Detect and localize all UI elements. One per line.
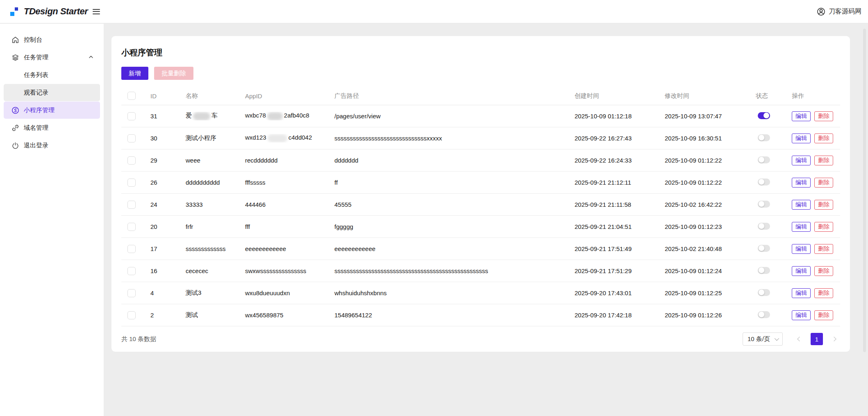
cell-adpath: ssssssssssssssssssssssssssssssssssssssss…	[328, 267, 568, 274]
app-header: TDesign Starter 刀客源码网	[0, 0, 868, 23]
edit-button[interactable]: 编辑	[792, 111, 811, 121]
delete-button[interactable]: 删除	[814, 288, 833, 298]
menu-collapse-icon[interactable]	[93, 7, 100, 16]
edit-button[interactable]: 编辑	[792, 156, 811, 165]
delete-button[interactable]: 删除	[814, 200, 833, 210]
status-toggle[interactable]	[758, 267, 770, 274]
page-size-select[interactable]: 10 条/页	[743, 332, 783, 346]
status-toggle[interactable]	[758, 289, 770, 296]
cell-modified-time: 2025-10-09 01:12:24	[659, 267, 750, 274]
cell-modified-time: 2025-10-02 16:42:22	[659, 201, 750, 208]
cell-name: dddddddddd	[180, 179, 239, 186]
delete-button[interactable]: 删除	[814, 310, 833, 320]
cell-appid: 444466	[239, 201, 328, 208]
col-id: ID	[144, 93, 180, 99]
cell-created-time: 2025-09-21 21:11:58	[568, 201, 659, 208]
next-page-button[interactable]	[828, 333, 840, 345]
table-footer: 共 10 条数据 10 条/页 1	[121, 326, 840, 352]
row-checkbox[interactable]	[127, 179, 136, 187]
logo-text: TDesign Starter	[24, 6, 88, 17]
cell-name: 测试	[180, 311, 239, 319]
row-checkbox[interactable]	[127, 245, 136, 253]
select-all-checkbox[interactable]	[127, 92, 136, 100]
cell-modified-time: 2025-10-09 13:07:47	[659, 113, 750, 120]
app-logo[interactable]: TDesign Starter	[10, 6, 88, 17]
cell-created-time: 2025-09-22 16:24:33	[568, 157, 659, 164]
delete-button[interactable]: 删除	[814, 156, 833, 165]
cell-created-time: 2025-09-21 21:04:51	[568, 223, 659, 230]
row-checkbox[interactable]	[127, 134, 136, 142]
delete-button[interactable]: 删除	[814, 266, 833, 276]
cell-adpath: 45555	[328, 201, 568, 208]
sidebar-item-task-management[interactable]: 任务管理	[4, 49, 100, 66]
col-appid: AppID	[239, 93, 328, 99]
chevron-up-icon	[88, 54, 94, 61]
sidebar-item-domain-management[interactable]: 域名管理	[4, 119, 100, 136]
edit-button[interactable]: 编辑	[792, 310, 811, 320]
row-checkbox[interactable]	[127, 311, 136, 319]
status-toggle[interactable]	[758, 223, 770, 230]
sidebar-item-task-list[interactable]: 任务列表	[4, 66, 100, 84]
status-toggle[interactable]	[758, 201, 770, 208]
cell-created-time: 2025-09-21 21:12:11	[568, 179, 659, 186]
cell-name: 测试3	[180, 289, 239, 297]
edit-button[interactable]: 编辑	[792, 222, 811, 232]
total-count: 共 10 条数据	[121, 335, 156, 343]
delete-button[interactable]: 删除	[814, 111, 833, 121]
row-checkbox[interactable]	[127, 267, 136, 275]
cell-adpath: whshuiduhshxbnns	[328, 289, 568, 296]
row-checkbox[interactable]	[127, 223, 136, 231]
table-row: 2 测试 wx456589875 15489654122 2025-09-20 …	[121, 304, 840, 326]
cell-adpath: ssssssssssssssssssssssssssssssxxxxx	[328, 135, 568, 142]
status-toggle[interactable]	[758, 311, 770, 318]
status-toggle[interactable]	[758, 156, 770, 163]
col-modified: 修改时间	[659, 92, 750, 100]
link-icon	[11, 124, 19, 132]
cell-adpath: 15489654122	[328, 312, 568, 319]
sidebar-item-logout[interactable]: 退出登录	[4, 137, 100, 154]
edit-button[interactable]: 编辑	[792, 266, 811, 276]
cell-appid: wx456589875	[239, 312, 328, 319]
row-checkbox[interactable]	[127, 156, 136, 165]
cell-appid: wxd123c4dd042	[239, 134, 328, 142]
batch-delete-button[interactable]: 批量删除	[154, 67, 193, 80]
row-checkbox[interactable]	[127, 201, 136, 209]
status-toggle[interactable]	[758, 134, 770, 141]
col-status: 状态	[750, 92, 786, 100]
sidebar-item-miniprogram-management[interactable]: 小程序管理	[4, 102, 100, 119]
cell-id: 2	[144, 312, 180, 319]
edit-button[interactable]: 编辑	[792, 133, 811, 143]
cell-created-time: 2025-09-22 16:27:43	[568, 135, 659, 142]
row-checkbox[interactable]	[127, 112, 136, 120]
status-toggle[interactable]	[758, 179, 770, 185]
cell-appid: eeeeeeeeeeee	[239, 245, 328, 252]
sidebar-item-watch-records[interactable]: 观看记录	[4, 84, 100, 101]
layers-icon	[11, 54, 19, 61]
delete-button[interactable]: 删除	[814, 133, 833, 143]
cell-name: cececec	[180, 267, 239, 274]
cell-id: 4	[144, 289, 180, 296]
edit-button[interactable]: 编辑	[792, 178, 811, 188]
cell-adpath: fggggg	[328, 223, 568, 230]
delete-button[interactable]: 删除	[814, 244, 833, 254]
edit-button[interactable]: 编辑	[792, 244, 811, 254]
delete-button[interactable]: 删除	[814, 178, 833, 188]
page-scrollbar[interactable]	[863, 29, 866, 352]
status-toggle[interactable]	[758, 112, 770, 119]
cell-name: 测试小程序	[180, 134, 239, 142]
cell-created-time: 2025-10-09 01:12:18	[568, 113, 659, 120]
cell-adpath: ff	[328, 179, 568, 186]
user-menu[interactable]: 刀客源码网	[817, 7, 861, 16]
current-page-button[interactable]: 1	[811, 333, 823, 345]
edit-button[interactable]: 编辑	[792, 200, 811, 210]
cell-name: weee	[180, 157, 239, 164]
miniprogram-icon	[11, 106, 19, 114]
toolbar: 新增 批量删除	[121, 67, 840, 80]
sidebar-item-console[interactable]: 控制台	[4, 31, 100, 48]
delete-button[interactable]: 删除	[814, 222, 833, 232]
row-checkbox[interactable]	[127, 289, 136, 297]
add-button[interactable]: 新增	[121, 67, 148, 80]
prev-page-button[interactable]	[793, 333, 806, 345]
edit-button[interactable]: 编辑	[792, 288, 811, 298]
status-toggle[interactable]	[758, 245, 770, 252]
